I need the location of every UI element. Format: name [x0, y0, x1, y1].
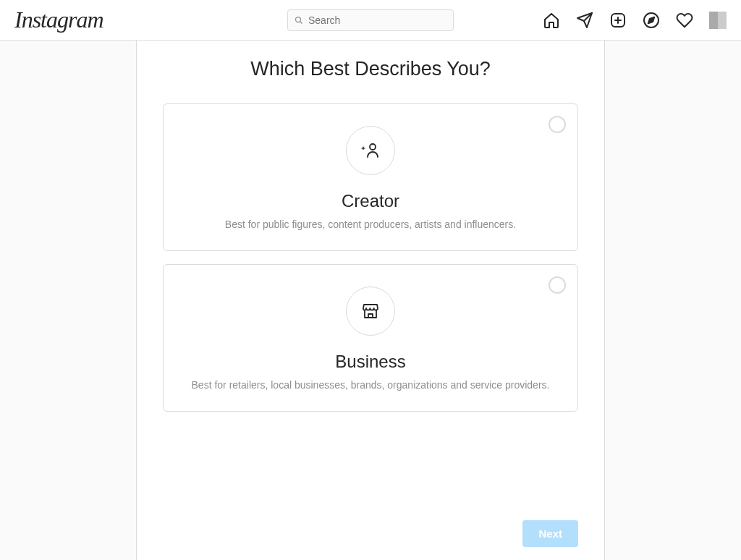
- business-icon-circle: [346, 287, 395, 336]
- creator-description: Best for public figures, content produce…: [181, 219, 560, 230]
- creator-icon: [360, 140, 381, 161]
- instagram-logo[interactable]: Instagram: [14, 7, 103, 33]
- search-container: [287, 9, 454, 31]
- explore-icon[interactable]: [643, 12, 660, 29]
- main-container: Which Best Describes You? Creator Best f…: [0, 41, 741, 560]
- next-button[interactable]: Next: [522, 520, 578, 547]
- svg-marker-6: [648, 17, 654, 22]
- svg-point-7: [370, 144, 376, 150]
- activity-icon[interactable]: [676, 12, 693, 29]
- svg-point-0: [296, 17, 301, 22]
- business-option-card[interactable]: Business Best for retailers, local busin…: [163, 264, 578, 412]
- home-icon[interactable]: [543, 12, 560, 29]
- creator-radio[interactable]: [549, 116, 566, 133]
- search-input[interactable]: [287, 9, 454, 31]
- svg-line-1: [300, 21, 302, 23]
- page-title: Which Best Describes You?: [163, 58, 578, 80]
- nav-icons-group: [543, 12, 727, 29]
- storefront-icon: [361, 302, 380, 321]
- creator-option-card[interactable]: Creator Best for public figures, content…: [163, 103, 578, 251]
- content-panel: Which Best Describes You? Creator Best f…: [136, 41, 605, 560]
- top-navigation: Instagram: [0, 0, 741, 41]
- new-post-icon[interactable]: [609, 12, 627, 29]
- search-icon: [295, 16, 303, 25]
- business-title: Business: [181, 352, 560, 372]
- creator-title: Creator: [181, 191, 560, 211]
- profile-avatar[interactable]: [709, 12, 727, 29]
- business-radio[interactable]: [549, 276, 566, 294]
- creator-icon-circle: [346, 126, 395, 175]
- business-description: Best for retailers, local businesses, br…: [181, 379, 560, 391]
- messages-icon[interactable]: [576, 12, 593, 29]
